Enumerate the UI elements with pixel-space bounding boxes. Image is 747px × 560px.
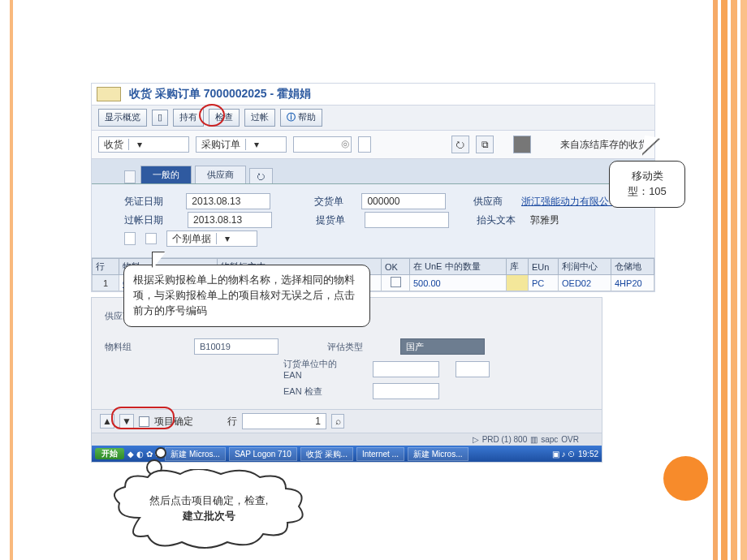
ean-check-label: EAN 检查 <box>283 386 356 398</box>
delivery-note-label: 交货单 <box>314 195 352 209</box>
line-label: 行 <box>227 415 237 429</box>
help-button[interactable]: ⓘ 帮助 <box>280 109 322 127</box>
callout-movement-type: 移动类 型：105 <box>609 161 685 208</box>
valuation-type-label: 评估类型 <box>327 341 384 353</box>
callout-2-tail <box>641 136 659 157</box>
col-store: 仓储地 <box>611 259 654 275</box>
ean-input[interactable] <box>373 361 439 377</box>
taskbar-app-1[interactable]: 新建 Micros... <box>165 447 226 461</box>
hold-button[interactable]: 持有 <box>173 109 204 127</box>
ean-check-input[interactable] <box>373 383 439 399</box>
goods-movement-type[interactable]: 收货▾ <box>98 136 189 153</box>
bol-input[interactable] <box>365 212 449 228</box>
status-ovr: OVR <box>561 435 579 444</box>
taskbar-app-3[interactable]: 收货 采购... <box>300 447 353 461</box>
row-up-icon[interactable]: ▲ <box>100 414 114 429</box>
col-qty: 在 UnE 中的数量 <box>410 259 507 275</box>
post-date-label: 过帐日期 <box>124 213 178 227</box>
list-icon[interactable]: ⧉ <box>476 136 494 153</box>
cell-store[interactable]: 4HP20 <box>611 275 654 291</box>
callout-material-instruction: 根据采购报检单上的物料名称，选择相同的物料项，与采购报检单上的项目核对无误之后，… <box>123 265 370 327</box>
item-ok-label: 项目确定 <box>154 415 193 429</box>
col-eun: EUn <box>529 259 559 275</box>
col-ok: OK <box>382 259 410 275</box>
slide-accent-dot <box>663 456 708 501</box>
start-button[interactable]: 开始 <box>95 448 124 459</box>
execute-icon[interactable]: ⭮ <box>451 136 469 153</box>
po-item-input[interactable] <box>358 136 371 153</box>
vendor-label: 供应商 <box>473 195 512 209</box>
slip-type-combo[interactable]: 个别单据▾ <box>166 230 257 247</box>
taskbar-app-5[interactable]: 新建 Micros... <box>408 447 468 461</box>
line-input[interactable]: 1 <box>242 413 326 429</box>
window-title: 收货 采购订单 7000002025 - 霍娟娟 <box>129 87 311 101</box>
header-text-label: 抬头文本 <box>477 213 516 227</box>
reference-doc-type[interactable]: 采购订单▾ <box>196 136 287 153</box>
bol-label: 提货单 <box>316 213 355 227</box>
reference-doc-type-label: 采购订单 <box>196 138 245 152</box>
cell-profit[interactable]: OED02 <box>559 275 611 291</box>
slip-type-label: 个别单据 <box>167 232 216 246</box>
sap-window-icon <box>97 87 121 101</box>
slip-checkbox[interactable] <box>145 233 157 244</box>
post-date-input[interactable]: 2013.08.13 <box>188 212 272 228</box>
material-group-label: 物料组 <box>105 341 178 353</box>
tab-general[interactable]: 一般的 <box>140 166 192 183</box>
col-row: 行 <box>93 259 119 275</box>
status-sapc: sapc <box>541 435 558 444</box>
windows-taskbar: 开始 ◆ ◐ ✿ ⚙ 新建 Micros... SAP Logon 710 收货… <box>92 446 602 462</box>
frozen-stock-note: 来自冻结库存的收货 <box>560 138 648 152</box>
tab-vendor[interactable]: 供应商 <box>195 166 246 183</box>
doc-date-input[interactable]: 2013.08.13 <box>186 193 270 209</box>
ean-label: 订货单位中的 EAN <box>283 358 356 380</box>
help-label: 帮助 <box>298 112 316 122</box>
toggle-icon[interactable] <box>513 136 531 153</box>
vendor-link[interactable]: 浙江强能动力有限公司 <box>521 196 619 207</box>
cell-qty[interactable]: 500.00 <box>410 275 507 291</box>
taskbar-app-4[interactable]: Internet ... <box>356 447 404 461</box>
check-button[interactable]: 检查 <box>209 109 240 127</box>
taskbar-app-2[interactable]: SAP Logon 710 <box>229 447 297 461</box>
doc-icon-button[interactable]: ▯ <box>152 110 168 126</box>
overview-button[interactable]: 显示概览 <box>98 109 147 127</box>
cloud-bubble-1 <box>155 447 166 459</box>
line-lookup-icon[interactable]: ⌕ <box>331 414 344 429</box>
cell-plant[interactable] <box>507 275 529 291</box>
callout-confirm-cloud: 然后点击项目确定，检查, 建立批次号 <box>107 469 310 550</box>
cell-eun: PC <box>529 275 559 291</box>
valuation-type-input[interactable]: 国产 <box>400 338 485 355</box>
callout-1-tail <box>153 252 166 269</box>
doc-date-label: 凭证日期 <box>124 195 176 209</box>
cell-rowno[interactable]: 1 <box>93 275 119 291</box>
col-profit: 利润中心 <box>559 259 611 275</box>
item-ok-checkbox[interactable] <box>139 416 149 427</box>
row-down-icon[interactable]: ▼ <box>119 414 134 429</box>
print-icon[interactable] <box>124 232 136 245</box>
tab-refresh[interactable]: ⭮ <box>249 168 273 183</box>
cell-ok-checkbox[interactable] <box>391 277 401 287</box>
goods-movement-type-label: 收货 <box>99 138 128 152</box>
material-group-input[interactable]: B10019 <box>194 338 279 355</box>
delivery-note-input[interactable]: 000000 <box>361 193 446 209</box>
sap-upper-panel: 收货 采购订单 7000002025 - 霍娟娟 显示概览 ▯ 持有 检查 过帐… <box>91 83 655 292</box>
status-prd: PRD (1) 800 <box>482 435 528 444</box>
doc-tab-icon[interactable] <box>124 170 136 183</box>
header-text: 郭雅男 <box>530 213 559 227</box>
ean-unit-input[interactable] <box>456 361 490 377</box>
po-number-input[interactable]: ◎ <box>293 136 352 153</box>
post-button[interactable]: 过帐 <box>244 109 275 127</box>
col-plant: 库 <box>507 259 529 275</box>
